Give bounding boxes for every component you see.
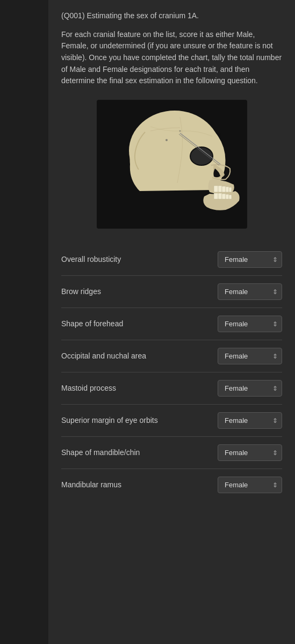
trait-row: Mastoid processMaleFemaleUndetermined⇕: [61, 372, 282, 405]
trait-select-mandibular-ramus[interactable]: MaleFemaleUndetermined: [218, 477, 282, 493]
svg-point-17: [166, 139, 168, 141]
trait-select-wrapper-mandibular-ramus: MaleFemaleUndetermined⇕: [218, 477, 282, 493]
trait-select-shape-mandible-chin[interactable]: MaleFemaleUndetermined: [218, 444, 282, 461]
trait-select-wrapper-mastoid-process: MaleFemaleUndetermined⇕: [218, 380, 282, 397]
instructions-text: For each cranial feature on the list, sc…: [61, 29, 282, 87]
main-content: (Q001) Estimating the sex of cranium 1A.…: [48, 0, 295, 644]
trait-select-wrapper-shape-of-forehead: MaleFemaleUndetermined⇕: [218, 316, 282, 332]
trait-row: Brow ridgesMaleFemaleUndetermined⇕: [61, 276, 282, 308]
trait-row: Mandibular ramusMaleFemaleUndetermined⇕: [61, 469, 282, 501]
svg-rect-7: [222, 186, 226, 192]
trait-row: Overall robusticityMaleFemaleUndetermine…: [61, 244, 282, 276]
svg-rect-14: [229, 195, 232, 199]
trait-row: Superior margin of eye orbitsMaleFemaleU…: [61, 405, 282, 437]
trait-label-shape-mandible-chin: Shape of mandible/chin: [61, 448, 218, 458]
left-sidebar: [0, 0, 48, 644]
svg-rect-13: [226, 194, 229, 199]
svg-rect-6: [218, 186, 222, 192]
trait-select-wrapper-shape-mandible-chin: MaleFemaleUndetermined⇕: [218, 444, 282, 461]
svg-rect-8: [226, 187, 229, 192]
skull-image-container: [61, 100, 282, 229]
svg-rect-12: [222, 194, 226, 199]
trait-select-wrapper-overall-robusticity: MaleFemaleUndetermined⇕: [218, 251, 282, 268]
question-title: (Q001) Estimating the sex of cranium 1A.: [61, 11, 282, 21]
trait-label-overall-robusticity: Overall robusticity: [61, 254, 218, 265]
trait-select-brow-ridges[interactable]: MaleFemaleUndetermined: [218, 283, 282, 300]
svg-rect-5: [214, 186, 218, 192]
trait-row: Shape of foreheadMaleFemaleUndetermined⇕: [61, 308, 282, 340]
trait-label-mastoid-process: Mastoid process: [61, 383, 218, 394]
trait-row: Shape of mandible/chinMaleFemaleUndeterm…: [61, 437, 282, 469]
trait-row: Occipital and nuchal areaMaleFemaleUndet…: [61, 340, 282, 372]
skull-illustration: [97, 100, 247, 229]
trait-select-shape-of-forehead[interactable]: MaleFemaleUndetermined: [218, 316, 282, 332]
trait-select-superior-margin-eye-orbits[interactable]: MaleFemaleUndetermined: [218, 412, 282, 429]
trait-label-shape-of-forehead: Shape of forehead: [61, 319, 218, 330]
trait-select-mastoid-process[interactable]: MaleFemaleUndetermined: [218, 380, 282, 397]
trait-select-wrapper-occipital-nuchal: MaleFemaleUndetermined⇕: [218, 348, 282, 364]
svg-rect-11: [218, 193, 222, 199]
trait-label-mandibular-ramus: Mandibular ramus: [61, 480, 218, 491]
trait-label-occipital-nuchal: Occipital and nuchal area: [61, 351, 218, 362]
trait-label-superior-margin-eye-orbits: Superior margin of eye orbits: [61, 415, 218, 426]
trait-select-wrapper-brow-ridges: MaleFemaleUndetermined⇕: [218, 283, 282, 300]
trait-select-wrapper-superior-margin-eye-orbits: MaleFemaleUndetermined⇕: [218, 412, 282, 429]
svg-point-18: [179, 130, 181, 132]
traits-table: Overall robusticityMaleFemaleUndetermine…: [61, 244, 282, 501]
svg-rect-10: [214, 193, 218, 199]
trait-label-brow-ridges: Brow ridges: [61, 287, 218, 297]
trait-select-occipital-nuchal[interactable]: MaleFemaleUndetermined: [218, 348, 282, 364]
trait-select-overall-robusticity[interactable]: MaleFemaleUndetermined: [218, 251, 282, 268]
svg-rect-9: [229, 187, 232, 192]
